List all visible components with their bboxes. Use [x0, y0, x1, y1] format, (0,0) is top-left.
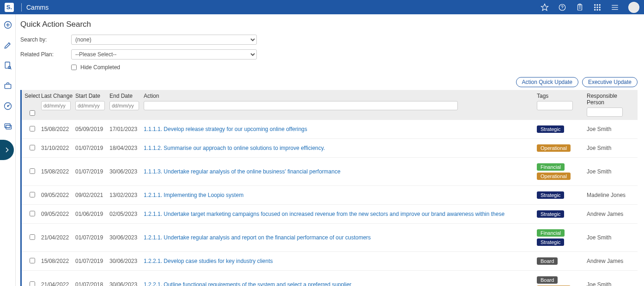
- cell-responsible: Andrew James: [587, 211, 633, 217]
- table-row: 09/05/202209/02/202113/02/20231.2.1.1. I…: [22, 186, 638, 205]
- filter-end-date[interactable]: [109, 101, 139, 110]
- svg-point-27: [7, 106, 8, 107]
- cell-end-date: 30/06/2023: [109, 281, 144, 286]
- action-quick-update-button[interactable]: Action Quick Update: [516, 77, 578, 87]
- row-select-checkbox[interactable]: [30, 211, 35, 216]
- cell-start-date: 01/07/2019: [75, 234, 109, 241]
- svg-point-12: [599, 6, 600, 7]
- tag-badge: Financial: [537, 229, 565, 237]
- cell-last-change: 15/08/2022: [41, 258, 75, 264]
- select-all-checkbox[interactable]: [30, 110, 35, 116]
- cell-start-date: 05/09/2019: [75, 126, 109, 132]
- header-action: Action: [144, 93, 532, 99]
- search-by-label: Search by:: [20, 36, 71, 43]
- svg-point-7: [595, 4, 595, 5]
- left-rail: [0, 14, 16, 286]
- hamburger-menu-icon[interactable]: [610, 3, 620, 12]
- cell-responsible: Joe Smith: [587, 281, 633, 286]
- cell-tags: Strategic: [537, 125, 587, 134]
- briefcase-icon[interactable]: [3, 81, 13, 91]
- edit-icon[interactable]: [3, 40, 13, 50]
- svg-rect-25: [5, 84, 11, 89]
- tag-badge: Board: [537, 257, 558, 265]
- cell-responsible: Joe Smith: [587, 168, 633, 175]
- cell-tags: Strategic: [537, 209, 587, 219]
- row-select-checkbox[interactable]: [30, 145, 35, 150]
- header-responsible: Responsible Person: [587, 93, 633, 106]
- add-icon[interactable]: [3, 20, 13, 30]
- row-select-checkbox[interactable]: [30, 234, 35, 240]
- filter-tags[interactable]: [537, 101, 573, 110]
- action-link[interactable]: 1.1.1.2. Summarise our approach to onlin…: [144, 145, 325, 151]
- filter-responsible[interactable]: [587, 107, 623, 117]
- cell-last-change: 31/10/2022: [41, 145, 75, 151]
- row-select-checkbox[interactable]: [30, 126, 35, 131]
- results-table: Select Last Change Start Date End Date A…: [20, 90, 638, 286]
- cell-responsible: Joe Smith: [587, 234, 633, 241]
- user-avatar[interactable]: [628, 2, 639, 13]
- action-link[interactable]: 1.2.2.1. Outline functional requirements…: [144, 281, 352, 286]
- filter-action[interactable]: [144, 101, 458, 110]
- table-row: 15/08/202201/07/201930/06/20231.2.2.1. D…: [22, 252, 638, 271]
- cell-responsible: Joe Smith: [587, 126, 633, 132]
- apps-grid-icon[interactable]: [593, 3, 602, 12]
- action-link[interactable]: 1.1.1.1. Develop release strategy for ou…: [144, 126, 307, 132]
- action-link[interactable]: 1.2.1.1. Undertake regular analysis and …: [144, 234, 371, 241]
- row-select-checkbox[interactable]: [30, 258, 35, 263]
- star-icon[interactable]: [540, 3, 549, 12]
- action-link[interactable]: 1.2.1.1. Undertake target marketing camp…: [144, 211, 504, 217]
- layers-icon[interactable]: [3, 121, 13, 131]
- page-title: Quick Action Search: [20, 20, 638, 29]
- table-row: 15/08/202201/07/201930/06/20231.1.1.3. U…: [22, 158, 638, 186]
- tag-badge: Strategic: [537, 191, 564, 199]
- hide-completed-checkbox[interactable]: [71, 65, 77, 70]
- table-header: Select Last Change Start Date End Date A…: [22, 90, 638, 120]
- svg-rect-28: [5, 124, 10, 127]
- cell-start-date: 09/02/2021: [75, 192, 109, 198]
- gauge-icon[interactable]: [3, 101, 13, 111]
- search-by-select[interactable]: (none): [71, 35, 257, 45]
- action-link[interactable]: 1.1.1.3. Undertake regular analysis of t…: [144, 168, 340, 175]
- header-last-change: Last Change: [41, 93, 75, 99]
- tag-badge: Financial: [537, 163, 565, 171]
- hide-completed-label: Hide Completed: [80, 64, 120, 71]
- search-doc-icon[interactable]: [3, 60, 13, 71]
- brand-name: Camms: [26, 4, 49, 11]
- header-end-date: End Date: [109, 93, 144, 99]
- row-select-checkbox[interactable]: [30, 281, 35, 286]
- cell-end-date: 13/02/2023: [109, 192, 144, 198]
- tag-badge: Operational: [537, 144, 571, 152]
- table-row: 09/05/202201/06/201902/05/20231.2.1.1. U…: [22, 205, 638, 224]
- row-select-checkbox[interactable]: [30, 192, 35, 197]
- svg-point-11: [597, 6, 598, 7]
- svg-point-10: [595, 6, 595, 7]
- svg-marker-0: [541, 4, 548, 10]
- cell-last-change: 21/04/2022: [41, 281, 75, 286]
- cell-start-date: 01/07/2018: [75, 281, 109, 286]
- svg-point-9: [599, 4, 600, 5]
- main-content: Quick Action Search Search by: (none) Re…: [16, 14, 644, 286]
- clipboard-icon[interactable]: [575, 3, 584, 12]
- executive-update-button[interactable]: Executive Update: [582, 77, 638, 87]
- filter-start-date[interactable]: [75, 101, 105, 110]
- tag-badge: Board: [537, 276, 558, 284]
- cell-responsible: Madeline Jones: [587, 192, 633, 198]
- app-logo: S.: [5, 3, 14, 12]
- action-link[interactable]: 1.2.1.1. Implementing the Loopio system: [144, 192, 243, 198]
- cell-end-date: 30/06/2023: [109, 258, 144, 264]
- cell-last-change: 09/05/2022: [41, 192, 75, 198]
- cell-tags: BoardOperational: [537, 275, 587, 286]
- cell-tags: FinancialStrategic: [537, 228, 587, 247]
- row-select-checkbox[interactable]: [30, 168, 35, 174]
- header-start-date: Start Date: [75, 93, 109, 99]
- cell-last-change: 15/08/2022: [41, 126, 75, 132]
- filter-last-change[interactable]: [41, 101, 71, 110]
- svg-rect-22: [5, 62, 10, 68]
- filters: Search by: (none) Related Plan: --Please…: [20, 35, 638, 71]
- table-row: 21/04/202201/07/201830/06/20231.2.2.1. O…: [22, 271, 638, 286]
- related-plan-select[interactable]: --Please Select--: [71, 49, 257, 60]
- cell-tags: Strategic: [537, 191, 587, 200]
- help-icon[interactable]: [558, 3, 567, 12]
- action-link[interactable]: 1.2.2.1. Develop case studies for key in…: [144, 258, 273, 264]
- table-row: 21/04/202201/07/201930/06/20231.2.1.1. U…: [22, 224, 638, 252]
